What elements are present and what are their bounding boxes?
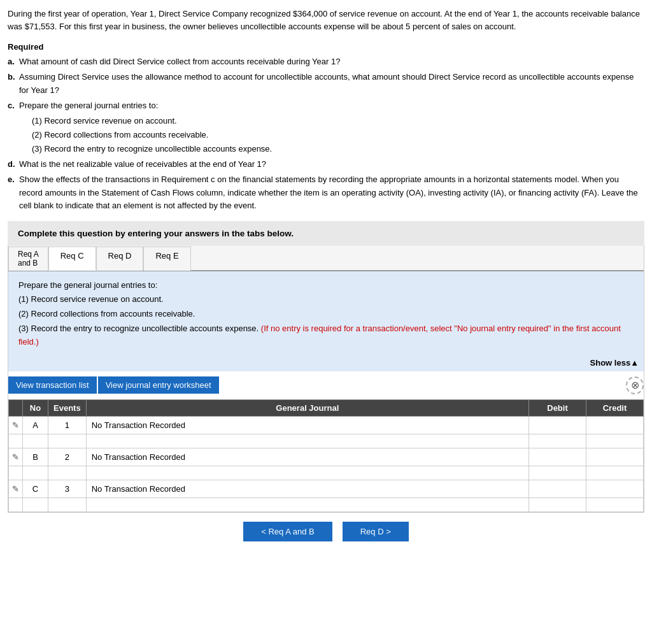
table-row: ✎ A 1 No Transaction Recorded [9,416,644,434]
req-c-sublist: (1) Record service revenue on account. (… [19,115,644,155]
edit-icon-c[interactable]: ✎ [9,480,23,497]
row-c-journal[interactable]: No Transaction Recorded [86,480,528,497]
row-a-debit[interactable] [529,416,586,434]
tab-line-3: (2) Record collections from accounts rec… [18,308,634,321]
row-c-credit[interactable] [586,480,644,497]
row-empty1-credit[interactable] [586,434,644,448]
req-letter-c: c. [8,99,15,112]
table-header-row: No Events General Journal Debit Credit [9,399,644,416]
req-letter-e: e. [8,173,15,186]
table-row [9,466,644,480]
row-empty2-events [48,466,87,480]
row-empty1-events [48,434,87,448]
tab-line-4: (3) Record the entry to recognize uncoll… [18,322,634,349]
edit-icon-empty2 [9,466,23,480]
tab-line-4-text: (3) Record the entry to recognize uncoll… [18,324,259,333]
req-text-e: Show the effects of the transactions in … [19,175,638,210]
intro-paragraph: During the first year of operation, Year… [8,8,644,33]
tab-line-1: Prepare the general journal entries to: [18,279,634,292]
edit-icon-b[interactable]: ✎ [9,448,23,466]
req-c-sub-3: (3) Record the entry to recognize uncoll… [32,143,644,155]
row-a-no: A [23,416,48,434]
row-empty3-debit[interactable] [529,497,586,512]
req-text-d: What is the net realizable value of rece… [19,159,266,169]
th-edit [9,399,23,416]
row-empty2-debit[interactable] [529,466,586,480]
row-c-no: C [23,480,48,497]
view-transaction-button[interactable]: View transaction list [8,376,97,394]
th-events: Events [48,399,87,416]
req-c-sub-1: (1) Record service revenue on account. [32,115,644,127]
row-empty2-credit[interactable] [586,466,644,480]
req-text-a: What amount of cash did Direct Service c… [19,57,340,66]
req-item-a: a. What amount of cash did Direct Servic… [8,55,644,68]
row-empty3-events [48,497,87,512]
row-b-no: B [23,448,48,466]
th-general-journal: General Journal [86,399,528,416]
tab-content-req-c: Prepare the general journal entries to: … [8,271,644,355]
table-row: ✎ B 2 No Transaction Recorded [9,448,644,466]
row-c-debit[interactable] [529,480,586,497]
show-less-button[interactable]: Show less▲ [590,358,639,368]
row-b-credit[interactable] [586,448,644,466]
complete-box-text: Complete this question by entering your … [18,229,294,238]
req-text-c: Prepare the general journal entries to: [19,101,158,110]
req-letter-b: b. [8,71,15,83]
row-empty3-journal[interactable] [86,497,528,512]
row-empty1-no [23,434,48,448]
complete-box: Complete this question by entering your … [8,221,644,246]
tab-req-c[interactable]: Req C [48,247,96,271]
prev-button[interactable]: < Req A and B [243,522,332,541]
req-item-b: b. Assuming Direct Service uses the allo… [8,71,644,96]
action-bar: View transaction list View journal entry… [8,371,644,399]
requirements-list: a. What amount of cash did Direct Servic… [8,55,644,212]
row-empty3-no [23,497,48,512]
row-b-events: 2 [48,448,87,466]
table-row [9,497,644,512]
table-row: ✎ C 3 No Transaction Recorded [9,480,644,497]
edit-icon-empty1 [9,434,23,448]
view-journal-button[interactable]: View journal entry worksheet [98,376,219,394]
row-b-journal[interactable]: No Transaction Recorded [86,448,528,466]
req-text-b: Assuming Direct Service uses the allowan… [19,72,634,94]
next-button[interactable]: Req D > [343,522,409,541]
edit-icon-a[interactable]: ✎ [9,416,23,434]
tabs-container: Req Aand B Req C Req D Req E Prepare the… [8,246,644,513]
req-item-e: e. Show the effects of the transactions … [8,173,644,211]
row-empty1-debit[interactable] [529,434,586,448]
th-credit: Credit [586,399,644,416]
req-letter-a: a. [8,55,15,68]
th-debit: Debit [529,399,586,416]
edit-icon-empty3 [9,497,23,512]
table-row [9,434,644,448]
tabs-row: Req Aand B Req C Req D Req E [8,246,644,271]
row-a-credit[interactable] [586,416,644,434]
req-c-sub-2: (2) Record collections from accounts rec… [32,129,644,141]
intro-text: During the first year of operation, Year… [8,9,640,31]
req-item-d: d. What is the net realizable value of r… [8,158,644,171]
tab-line-2: (1) Record service revenue on account. [18,293,634,306]
row-a-events: 1 [48,416,87,434]
tab-req-e[interactable]: Req E [143,247,190,271]
tab-req-d[interactable]: Req D [96,247,144,271]
required-section: Required a. What amount of cash did Dire… [8,42,644,212]
row-empty3-credit[interactable] [586,497,644,512]
row-c-events: 3 [48,480,87,497]
required-label: Required [8,42,644,52]
close-icon[interactable]: ⊗ [626,376,644,394]
nav-buttons: < Req A and B Req D > [8,513,644,547]
req-item-c: c. Prepare the general journal entries t… [8,99,644,156]
journal-table: No Events General Journal Debit Credit ✎… [8,399,644,512]
tab-req-ab[interactable]: Req Aand B [8,247,48,271]
row-empty1-journal[interactable] [86,434,528,448]
row-b-debit[interactable] [529,448,586,466]
row-a-journal[interactable]: No Transaction Recorded [86,416,528,434]
show-less-section: Show less▲ [8,355,644,371]
th-no: No [23,399,48,416]
req-letter-d: d. [8,158,15,171]
row-empty2-no [23,466,48,480]
row-empty2-journal[interactable] [86,466,528,480]
